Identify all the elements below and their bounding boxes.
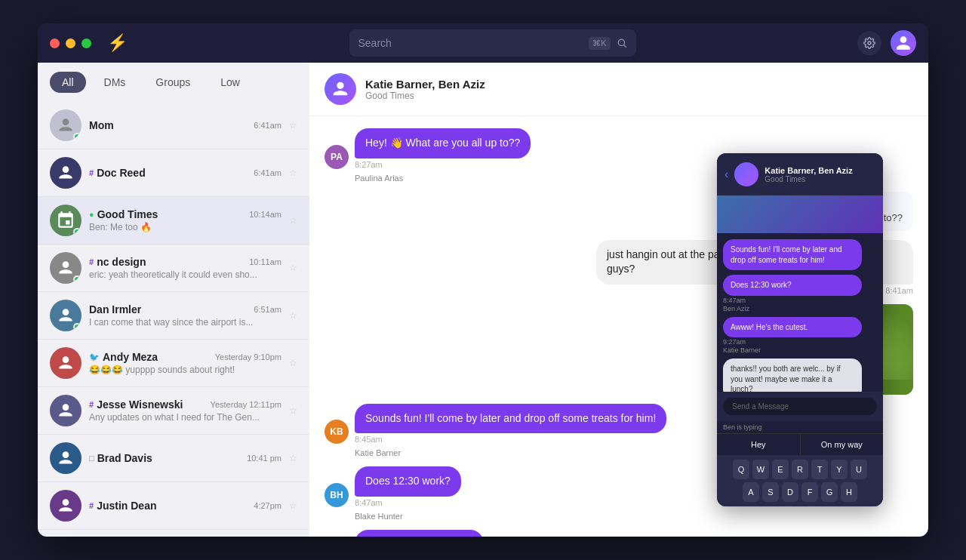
maximize-button[interactable] bbox=[82, 38, 91, 48]
mobile-message: Does 12:30 work? 8:47am Ben Aziz bbox=[723, 275, 877, 312]
avatar bbox=[50, 442, 82, 474]
whatsapp-icon: ● bbox=[89, 210, 94, 219]
mobile-suggestions: Hey On my way bbox=[717, 433, 883, 455]
star-icon[interactable]: ☆ bbox=[289, 263, 297, 273]
mobile-input-area: Send a Message bbox=[717, 392, 883, 421]
mobile-message: Sounds fun! I'll come by later and drop … bbox=[723, 239, 877, 270]
message-sender: Ben Aziz bbox=[723, 305, 877, 312]
star-icon[interactable]: ☆ bbox=[289, 310, 297, 321]
settings-button[interactable] bbox=[857, 31, 881, 55]
tab-all[interactable]: All bbox=[50, 72, 86, 93]
avatar bbox=[50, 109, 82, 141]
list-item[interactable]: Mom 6:41am ☆ bbox=[38, 102, 309, 149]
chat-header-info: Katie Barner, Ben Aziz Good Times bbox=[365, 78, 913, 101]
message-time: 9:27am bbox=[723, 338, 877, 346]
close-button[interactable] bbox=[50, 38, 60, 48]
key-g[interactable]: G bbox=[821, 482, 838, 502]
message-bubble: Awww! He's the cutest. bbox=[355, 530, 484, 537]
star-icon[interactable]: ☆ bbox=[289, 453, 297, 463]
suggestion-hey[interactable]: Hey bbox=[717, 434, 801, 455]
message-bubble: Does 12:30 work? bbox=[355, 466, 461, 497]
conv-preview: Ben: Me too 🔥 bbox=[89, 222, 281, 232]
back-button[interactable]: ‹ bbox=[724, 168, 728, 181]
message-bubble: Does 12:30 work? bbox=[723, 275, 862, 296]
keyboard-row-1: Q W E R T Y U bbox=[723, 460, 877, 479]
message-bubble: Sounds fun! I'll come by later and drop … bbox=[355, 404, 666, 434]
avatar bbox=[50, 205, 82, 236]
minimize-button[interactable] bbox=[66, 38, 75, 48]
conv-preview: eric: yeah theoretically it could even s… bbox=[89, 269, 281, 280]
mobile-input[interactable]: Send a Message bbox=[723, 398, 877, 415]
avatar bbox=[50, 490, 82, 522]
mobile-header-name: Katie Barner, Ben Aziz bbox=[764, 166, 875, 175]
mobile-message: Awww! He's the cutest. 9:27am Katie Barn… bbox=[723, 317, 877, 355]
star-icon[interactable]: ☆ bbox=[289, 500, 297, 511]
key-y[interactable]: Y bbox=[831, 460, 848, 479]
key-t[interactable]: T bbox=[811, 460, 828, 479]
key-w[interactable]: W bbox=[752, 460, 769, 479]
message-bubble: Hey! 👋 What are you all up to?? bbox=[355, 128, 531, 158]
list-item[interactable]: # nc design 10:11am eric: yeah theoretic… bbox=[38, 245, 309, 292]
message-time: 8:47am bbox=[355, 498, 461, 507]
conv-info: # Jesse Wisnewski Yesterday 12:11pm Any … bbox=[89, 398, 281, 423]
key-f[interactable]: F bbox=[801, 482, 818, 502]
conv-time: 6:41am bbox=[254, 168, 281, 177]
conv-info: ● Good Times 10:14am Ben: Me too 🔥 bbox=[89, 208, 281, 232]
list-item[interactable]: # Doc Reed 6:41am ☆ bbox=[38, 149, 309, 197]
list-item[interactable]: □ Brad Davis 10:41 pm ☆ bbox=[38, 435, 309, 482]
mobile-overlay: ‹ Katie Barner, Ben Aziz Good Times Soun… bbox=[717, 153, 883, 506]
list-item[interactable]: # Justin Dean 4:27pm ☆ bbox=[38, 482, 309, 530]
conv-preview: I can come that way since the airport is… bbox=[89, 317, 281, 328]
avatar bbox=[50, 252, 82, 284]
conv-info: # Doc Reed 6:41am bbox=[89, 167, 281, 179]
conv-name: Mom bbox=[89, 119, 114, 131]
tab-dms[interactable]: DMs bbox=[92, 72, 138, 93]
star-icon[interactable]: ☆ bbox=[289, 168, 297, 178]
key-d[interactable]: D bbox=[782, 482, 798, 502]
key-q[interactable]: Q bbox=[733, 460, 749, 479]
conv-time: 6:51am bbox=[254, 305, 281, 314]
list-item[interactable]: # Jesse Wisnewski Yesterday 12:11pm Any … bbox=[38, 387, 309, 435]
message-sender: Katie Barner bbox=[723, 346, 877, 354]
conv-name: # Jesse Wisnewski bbox=[89, 398, 183, 411]
mobile-header-info: Katie Barner, Ben Aziz Good Times bbox=[764, 166, 875, 183]
mobile-avatar bbox=[734, 162, 758, 186]
mobile-banner bbox=[717, 195, 883, 233]
star-icon[interactable]: ☆ bbox=[289, 358, 297, 368]
star-icon[interactable]: ☆ bbox=[289, 215, 297, 226]
avatar bbox=[50, 347, 82, 379]
key-e[interactable]: E bbox=[772, 460, 789, 479]
avatar: PA bbox=[325, 145, 349, 169]
sidebar-tabs: All DMs Groups Low bbox=[38, 63, 309, 102]
key-u[interactable]: U bbox=[851, 460, 867, 479]
key-r[interactable]: R bbox=[792, 460, 808, 479]
conv-info: Mom 6:41am bbox=[89, 119, 281, 131]
conv-name: # Justin Dean bbox=[89, 500, 156, 512]
conversation-list: Mom 6:41am ☆ bbox=[38, 102, 309, 537]
star-icon[interactable]: ☆ bbox=[289, 120, 297, 131]
chat-header-name: Katie Barner, Ben Aziz bbox=[365, 78, 913, 91]
user-avatar[interactable] bbox=[891, 30, 916, 56]
suggestion-on-my-way[interactable]: On my way bbox=[801, 434, 884, 455]
key-a[interactable]: A bbox=[743, 482, 759, 502]
key-h[interactable]: H bbox=[841, 482, 857, 502]
tab-groups[interactable]: Groups bbox=[143, 72, 202, 93]
search-bar[interactable]: Search ⌘K bbox=[349, 29, 636, 57]
star-icon[interactable]: ☆ bbox=[289, 405, 297, 416]
slack-icon: # bbox=[89, 168, 94, 177]
list-item[interactable]: Dan Irmler 6:51am I can come that way si… bbox=[38, 292, 309, 340]
conv-time: Yesterday 12:11pm bbox=[211, 400, 281, 409]
chat-header: Katie Barner, Ben Aziz Good Times bbox=[309, 63, 928, 116]
message-bubble: thanks!! you both are welc... by if you … bbox=[723, 358, 862, 392]
list-item[interactable]: 🐦 Andy Meza Yesterday 9:10pm 😂😂😂 yupppp … bbox=[38, 340, 309, 387]
list-item[interactable]: ● Good Times 10:14am Ben: Me too 🔥 ☆ bbox=[38, 197, 309, 245]
logo-icon: ⚡ bbox=[107, 33, 128, 53]
avatar: BH bbox=[325, 483, 349, 507]
conv-time: 4:27pm bbox=[254, 501, 281, 510]
conv-time: Yesterday 9:10pm bbox=[215, 352, 281, 362]
slack-icon: # bbox=[89, 257, 94, 266]
search-shortcut: ⌘K bbox=[589, 37, 610, 50]
tab-low[interactable]: Low bbox=[208, 72, 252, 93]
keyboard-row-2: A S D F G H bbox=[723, 482, 877, 502]
key-s[interactable]: S bbox=[762, 482, 779, 502]
